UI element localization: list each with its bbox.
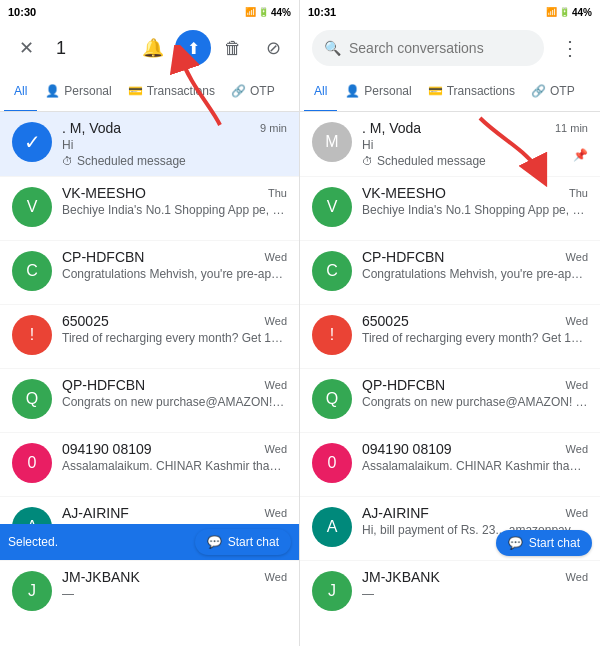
conv-time-1-right: 11 min	[555, 122, 588, 134]
conv-time-8-right: Wed	[566, 571, 588, 583]
avatar-1-right: M	[312, 122, 352, 162]
toolbar-actions: 🔔 ⬆ 🗑 ⊘	[135, 30, 291, 66]
conv-item-2-left[interactable]: V VK-MEESHO Thu Bechiye India's No.1 Sho…	[0, 177, 299, 241]
avatar-1-left: ✓	[12, 122, 52, 162]
conv-time-3-left: Wed	[265, 251, 287, 263]
avatar-2-right: V	[312, 187, 352, 227]
left-time: 10:30	[8, 6, 36, 18]
conv-content-8-left: JM-JKBANK Wed —	[62, 569, 287, 603]
conv-time-1-left: 9 min	[260, 122, 287, 134]
conv-item-2-right[interactable]: V VK-MEESHO Thu Bechiye India's No.1 Sho…	[300, 177, 600, 241]
person-icon-r: 👤	[345, 84, 360, 98]
start-chat-area-right: 💬 Start chat	[496, 530, 592, 556]
conv-time-5-right: Wed	[566, 379, 588, 391]
conv-item-1-right[interactable]: M . M, Voda 11 min Hi ⏱ Scheduled messag…	[300, 112, 600, 177]
conv-name-1-left: . M, Voda	[62, 120, 121, 136]
conv-content-4-left: 650025 Wed Tired of recharging every mon…	[62, 313, 287, 347]
conv-item-7-right[interactable]: A AJ-AIRINF Wed Hi, bill payment of Rs. …	[300, 497, 600, 561]
bell-icon: 🔔	[142, 37, 164, 59]
selection-count: 1	[56, 38, 127, 59]
conv-preview-6-right: Assalamalaikum. CHINAR Kashmir thanks yo…	[362, 458, 588, 475]
conv-sub-1-right: ⏱ Scheduled message	[362, 154, 588, 168]
conv-content-8-right: JM-JKBANK Wed —	[362, 569, 588, 603]
close-button[interactable]: ✕	[8, 30, 44, 66]
conv-item-4-left[interactable]: ! 650025 Wed Tired of recharging every m…	[0, 305, 299, 369]
conv-item-5-left[interactable]: Q QP-HDFCBN Wed Congrats on new purchase…	[0, 369, 299, 433]
conv-name-5-right: QP-HDFCBN	[362, 377, 445, 393]
left-panel: 10:30 📶 🔋 44% ✕ 1 🔔 ⬆ 🗑 ⊘	[0, 0, 300, 646]
more-options-button[interactable]: ⋮	[552, 30, 588, 66]
right-conversation-list: M . M, Voda 11 min Hi ⏱ Scheduled messag…	[300, 112, 600, 646]
pin-icon-1-right: 📌	[573, 148, 588, 162]
conv-item-6-left[interactable]: 0 094190 08109 Wed Assalamalaikum. CHINA…	[0, 433, 299, 497]
avatar-3-right: C	[312, 251, 352, 291]
conv-time-2-right: Thu	[569, 187, 588, 199]
conv-item-8-right[interactable]: J JM-JKBANK Wed —	[300, 561, 600, 625]
conv-item-6-right[interactable]: 0 094190 08109 Wed Assalamalaikum. CHINA…	[300, 433, 600, 497]
person-icon: 👤	[45, 84, 60, 98]
selected-text-left: Selected.	[8, 535, 58, 549]
avatar-8-left: J	[12, 571, 52, 611]
left-toolbar: ✕ 1 🔔 ⬆ 🗑 ⊘	[0, 24, 299, 72]
close-icon: ✕	[19, 37, 34, 59]
conv-item-8-left[interactable]: J JM-JKBANK Wed —	[0, 561, 299, 625]
schedule-icon-1-right: ⏱	[362, 155, 373, 167]
conv-preview-8-left: —	[62, 586, 287, 603]
conv-content-2-left: VK-MEESHO Thu Bechiye India's No.1 Shopp…	[62, 185, 287, 219]
archive-button[interactable]: ⬆	[175, 30, 211, 66]
right-search-bar: 🔍 ⋮	[300, 24, 600, 72]
conv-name-7-left: AJ-AIRINF	[62, 505, 129, 521]
avatar-6-left: 0	[12, 443, 52, 483]
conv-content-1-right: . M, Voda 11 min Hi ⏱ Scheduled message	[362, 120, 588, 168]
conv-preview-1-right: Hi	[362, 137, 588, 154]
conv-time-3-right: Wed	[566, 251, 588, 263]
avatar-6-right: 0	[312, 443, 352, 483]
conv-name-7-right: AJ-AIRINF	[362, 505, 429, 521]
tab-otp-left[interactable]: 🔗 OTP	[223, 72, 283, 112]
conv-item-7-left[interactable]: A AJ-AIRINF Wed Hi, bill payment of Rs.2…	[0, 497, 299, 561]
start-chat-button-right[interactable]: 💬 Start chat	[496, 530, 592, 556]
conv-time-7-left: Wed	[265, 507, 287, 519]
avatar-5-right: Q	[312, 379, 352, 419]
conv-preview-3-right: Congratulations Mehvish, you're pre-appr…	[362, 266, 588, 283]
conv-preview-2-left: Bechiye India's No.1 Shopping App pe, on…	[62, 202, 287, 219]
avatar-7-right: A	[312, 507, 352, 547]
chat-icon-right: 💬	[508, 536, 523, 550]
avatar-2-left: V	[12, 187, 52, 227]
conv-content-3-left: CP-HDFCBN Wed Congratulations Mehvish, y…	[62, 249, 287, 283]
delete-button[interactable]: 🗑	[215, 30, 251, 66]
tab-personal-left[interactable]: 👤 Personal	[37, 72, 119, 112]
conv-item-5-right[interactable]: Q QP-HDFCBN Wed Congrats on new purchase…	[300, 369, 600, 433]
chat-icon-left: 💬	[207, 535, 222, 549]
tab-all-left[interactable]: All	[4, 72, 37, 112]
delete-icon: 🗑	[224, 38, 242, 59]
avatar-4-left: !	[12, 315, 52, 355]
conv-time-6-right: Wed	[566, 443, 588, 455]
start-chat-button-left[interactable]: 💬 Start chat	[195, 529, 291, 555]
tab-personal-right[interactable]: 👤 Personal	[337, 72, 419, 112]
block-button[interactable]: ⊘	[255, 30, 291, 66]
tab-otp-right[interactable]: 🔗 OTP	[523, 72, 583, 112]
conv-content-6-right: 094190 08109 Wed Assalamalaikum. CHINAR …	[362, 441, 588, 475]
creditcard-icon: 💳	[128, 84, 143, 98]
conv-time-5-left: Wed	[265, 379, 287, 391]
left-status-bar: 10:30 📶 🔋 44%	[0, 0, 299, 24]
conv-name-8-left: JM-JKBANK	[62, 569, 140, 585]
conv-item-4-right[interactable]: ! 650025 Wed Tired of recharging every m…	[300, 305, 600, 369]
conv-name-4-left: 650025	[62, 313, 109, 329]
conv-content-1-left: . M, Voda 9 min Hi ⏱ Scheduled message	[62, 120, 287, 168]
conv-item-1-left[interactable]: ✓ . M, Voda 9 min Hi ⏱ Scheduled message	[0, 112, 299, 177]
conv-content-5-left: QP-HDFCBN Wed Congrats on new purchase@A…	[62, 377, 287, 411]
tab-all-right[interactable]: All	[304, 72, 337, 112]
bell-button[interactable]: 🔔	[135, 30, 171, 66]
conv-item-3-right[interactable]: C CP-HDFCBN Wed Congratulations Mehvish,…	[300, 241, 600, 305]
tab-transactions-left[interactable]: 💳 Transactions	[120, 72, 223, 112]
conv-name-5-left: QP-HDFCBN	[62, 377, 145, 393]
conv-content-4-right: 650025 Wed Tired of recharging every mon…	[362, 313, 588, 347]
tab-transactions-right[interactable]: 💳 Transactions	[420, 72, 523, 112]
search-input[interactable]	[349, 40, 532, 56]
conv-time-4-left: Wed	[265, 315, 287, 327]
conv-time-8-left: Wed	[265, 571, 287, 583]
conv-time-2-left: Thu	[268, 187, 287, 199]
conv-item-3-left[interactable]: C CP-HDFCBN Wed Congratulations Mehvish,…	[0, 241, 299, 305]
